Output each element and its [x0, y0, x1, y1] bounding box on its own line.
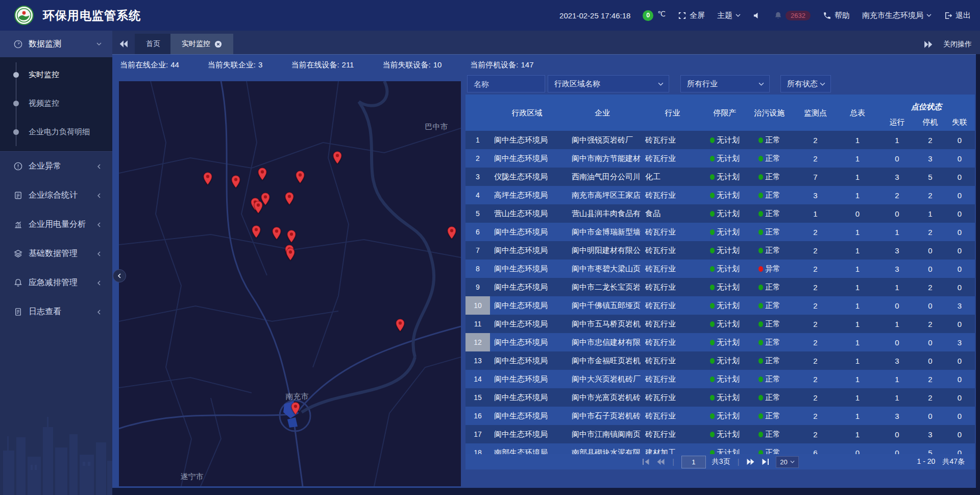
table-row[interactable]: 5营山生态环境局营山县润丰肉食品有限食品无计划正常10010: [465, 204, 975, 223]
help-button[interactable]: 帮助: [823, 11, 850, 20]
cell-district: 阆中生态环境局: [490, 430, 564, 439]
industry-filter-select[interactable]: 所有行业: [680, 75, 770, 92]
table-row[interactable]: 2阆中生态环境局阆中市南方节能建材有砖瓦行业无计划正常21030: [465, 149, 975, 168]
map-marker-pin[interactable]: [287, 230, 296, 243]
map-marker-pin[interactable]: [285, 192, 294, 205]
table-row[interactable]: 10阆中生态环境局阆中千佛镇五郎垭页岩砖瓦行业无计划正常21003: [465, 296, 975, 315]
map-marker-pin[interactable]: [447, 226, 456, 239]
table-row[interactable]: 8阆中生态环境局阆中市枣碧大梁山页岩砖瓦行业无计划异常21300: [465, 260, 975, 278]
map-marker-pin[interactable]: [291, 402, 300, 415]
sidebar-subitem-realtime-monitor[interactable]: 实时监控: [0, 60, 112, 89]
cell-monitor-points: 7: [794, 173, 837, 181]
cell-running: 1: [878, 228, 916, 237]
tab-realtime-monitor[interactable]: 实时监控: [170, 34, 233, 54]
next-page-button[interactable]: [746, 458, 755, 465]
tab-close-icon[interactable]: [214, 40, 222, 48]
map-marker-pin[interactable]: [286, 248, 295, 261]
cell-industry: 食品: [641, 209, 704, 219]
chevron-left-icon: [96, 309, 102, 315]
status-dot-green: [758, 211, 763, 217]
table-row[interactable]: 6阆中生态环境局阆中市金博瑞新型墙材砖瓦行业无计划正常21120: [465, 223, 975, 241]
cell-lost: 0: [944, 375, 975, 384]
map-container[interactable]: 巴中市南充市遂宁市: [119, 81, 461, 486]
stat-item: 当前停机设备:147: [470, 60, 533, 70]
sidebar-item-data-monitoring[interactable]: 数据监测: [0, 31, 112, 57]
collapse-map-button[interactable]: [113, 269, 126, 282]
speaker-icon: [753, 11, 762, 20]
sidebar-item-log-view[interactable]: 日志查看: [0, 297, 112, 326]
total-pages-label: 共3页: [712, 457, 730, 466]
cell-stop-status: 无计划: [704, 246, 745, 255]
record-range: 1 - 20 共47条: [917, 457, 965, 466]
table-row[interactable]: 3仪陇生态环境局西南油气田分公司川中化工无计划正常71350: [465, 168, 975, 186]
table-row[interactable]: 15阆中生态环境局阆中市光富页岩机砖厂砖瓦行业无计划正常21120: [465, 388, 975, 407]
first-page-button[interactable]: [642, 458, 650, 465]
cell-stop-status: 无计划: [704, 338, 745, 347]
bullet-dot-icon: [13, 129, 19, 135]
mute-button[interactable]: [753, 11, 762, 20]
last-page-button[interactable]: [761, 458, 770, 465]
table-row[interactable]: 11阆中生态环境局阆中市五马桥页岩机砖砖瓦行业无计划正常21120: [465, 315, 975, 333]
chevron-left-icon: [96, 251, 102, 257]
page-size-select[interactable]: 20: [776, 456, 798, 468]
scroll-tabs-right-button[interactable]: [924, 40, 933, 49]
table-row[interactable]: 4高坪生态环境局南充市高坪区王家店建砖瓦行业无计划正常31220: [465, 186, 975, 204]
cell-running: 0: [878, 449, 916, 455]
close-operations-button[interactable]: 关闭操作: [943, 40, 972, 49]
stat-value: 211: [342, 60, 354, 69]
status-dot-green: [710, 376, 715, 382]
table-row[interactable]: 18南部生态环境局南部县砌块水泥有限公建材加工无计划正常60050: [465, 443, 975, 454]
notification-count-badge: 2632: [786, 11, 811, 20]
sidebar-item-power-usage-analysis[interactable]: 企业用电量分析: [0, 210, 112, 239]
org-menu[interactable]: 南充市生态环境局: [862, 11, 932, 20]
table-row[interactable]: 13阆中生态环境局阆中市金福旺页岩机砖砖瓦行业无计划正常21300: [465, 351, 975, 370]
sidebar-item-enterprise-statistics[interactable]: 企业综合统计: [0, 181, 112, 210]
name-filter-input[interactable]: [467, 75, 545, 92]
sidebar-subitem-power-load-detail[interactable]: 企业电力负荷明细: [0, 117, 112, 146]
notifications[interactable]: 2632: [774, 11, 811, 20]
map-marker-pin[interactable]: [333, 151, 342, 164]
map-marker-pin[interactable]: [231, 175, 240, 188]
table-row[interactable]: 17阆中生态环境局阆中市江南镇阆南页岩砖瓦行业无计划正常21030: [465, 425, 975, 443]
theme-menu[interactable]: 主题: [717, 11, 741, 20]
map-marker-pin[interactable]: [296, 171, 305, 183]
map-marker-pin[interactable]: [261, 193, 270, 205]
tab-home[interactable]: 首页: [135, 34, 172, 54]
sidebar-item-emergency-reduction[interactable]: 应急减排管理: [0, 268, 112, 297]
cell-district: 仪陇生态环境局: [490, 172, 564, 182]
table-row[interactable]: 7阆中生态环境局阆中明阳建材有限公司砖瓦行业无计划正常21300: [465, 241, 975, 260]
table-row[interactable]: 14阆中生态环境局阆中大兴页岩机砖厂砖瓦行业无计划正常21120: [465, 370, 975, 388]
prev-page-button[interactable]: [656, 458, 665, 465]
alert-icon: [13, 161, 23, 171]
map-marker-pin[interactable]: [396, 319, 405, 332]
eco-logo-icon: [14, 6, 34, 25]
cell-total-meter: 1: [837, 301, 878, 310]
cell-facility-status: 正常: [745, 282, 794, 292]
sidebar-skyline-art: [0, 406, 112, 495]
sidebar-item-enterprise-abnormal[interactable]: 企业异常: [0, 152, 112, 181]
range-label: 1 - 20: [917, 457, 936, 466]
map-marker-pin[interactable]: [203, 172, 212, 185]
map-marker-pin[interactable]: [252, 225, 261, 238]
page-number-input[interactable]: [681, 456, 706, 468]
cell-lost: 3: [944, 338, 975, 347]
fullscreen-button[interactable]: 全屏: [678, 11, 705, 20]
region-filter-select[interactable]: 行政区域名称: [548, 75, 669, 92]
scroll-tabs-left-button[interactable]: [119, 39, 128, 49]
logout-button[interactable]: 退出: [944, 11, 971, 20]
map-marker-pin[interactable]: [272, 227, 281, 240]
table-row[interactable]: 1阆中生态环境局阆中强锐页岩砖厂砖瓦行业无计划正常21120: [465, 131, 975, 149]
sidebar-subitem-video-monitor[interactable]: 视频监控: [0, 89, 112, 117]
map-roads: [119, 81, 461, 486]
table-row[interactable]: 9阆中生态环境局阆中市二龙长宝页岩砖砖瓦行业无计划正常21120: [465, 278, 975, 296]
col-facility: 治污设施: [745, 95, 794, 132]
table-row[interactable]: 12阆中生态环境局阆中市忠信建材有限公砖瓦行业无计划正常21003: [465, 333, 975, 351]
status-dot-green: [758, 193, 763, 198]
cell-company: 阆中市枣碧大梁山页岩: [564, 264, 641, 274]
table-row[interactable]: 16阆中生态环境局阆中市石子页岩机砖厂砖瓦行业无计划正常21300: [465, 407, 975, 425]
status-filter-select[interactable]: 所有状态: [780, 75, 831, 92]
phone-icon: [823, 11, 831, 20]
cell-monitor-points: 2: [794, 136, 837, 145]
sidebar-item-base-data-management[interactable]: 基础数据管理: [0, 239, 112, 268]
map-marker-pin[interactable]: [258, 168, 267, 180]
